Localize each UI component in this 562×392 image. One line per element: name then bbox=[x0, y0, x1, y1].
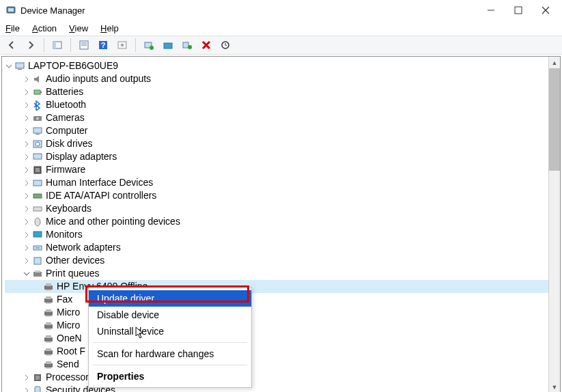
svg-rect-35 bbox=[33, 194, 42, 198]
device-icon bbox=[32, 165, 43, 176]
expander-icon[interactable] bbox=[23, 374, 31, 382]
tree-category[interactable]: Print queues bbox=[5, 267, 560, 280]
tree-category[interactable]: Bluetooth bbox=[5, 98, 560, 111]
help-button[interactable]: ? bbox=[96, 38, 111, 53]
tree-category[interactable]: Display adapters bbox=[5, 150, 560, 163]
tree-category-label: Monitors bbox=[46, 228, 83, 241]
expander-icon[interactable] bbox=[23, 218, 31, 226]
device-icon bbox=[32, 139, 43, 150]
tree-device-label: Fax bbox=[57, 293, 72, 306]
update-driver-button[interactable] bbox=[160, 38, 175, 53]
svg-rect-41 bbox=[34, 257, 41, 264]
scrollbar-thumb[interactable] bbox=[549, 68, 560, 171]
expander-icon[interactable] bbox=[23, 166, 31, 174]
tree-category[interactable]: Audio inputs and outputs bbox=[5, 72, 560, 85]
titlebar: Device Manager bbox=[0, 0, 562, 20]
scroll-down-button[interactable]: ▼ bbox=[549, 381, 560, 392]
close-button[interactable] bbox=[532, 1, 559, 20]
ctx-uninstall-device[interactable]: Uninstall device bbox=[89, 323, 251, 339]
printer-icon bbox=[43, 307, 54, 318]
svg-rect-21 bbox=[16, 63, 24, 68]
tree-category[interactable]: Batteries bbox=[5, 85, 560, 98]
svg-rect-61 bbox=[46, 354, 51, 356]
expander-icon[interactable] bbox=[23, 101, 31, 109]
minimize-button[interactable] bbox=[477, 1, 505, 20]
expander-icon[interactable] bbox=[23, 257, 31, 265]
expander-icon[interactable] bbox=[23, 192, 31, 200]
expander-icon[interactable] bbox=[23, 153, 31, 161]
ctx-separator bbox=[93, 365, 247, 365]
disable-device-button[interactable] bbox=[180, 38, 195, 53]
uninstall-device-button[interactable] bbox=[199, 38, 214, 53]
expander-icon[interactable] bbox=[23, 231, 31, 239]
tree-category[interactable]: Firmware bbox=[5, 163, 560, 176]
tree-category[interactable]: Monitors bbox=[5, 228, 560, 241]
svg-rect-46 bbox=[46, 290, 51, 291]
forward-button[interactable] bbox=[23, 38, 38, 53]
printer-icon bbox=[43, 281, 54, 292]
device-icon bbox=[32, 229, 43, 240]
tree-root[interactable]: LAPTOP-EB6G0UE9 bbox=[5, 59, 560, 72]
svg-rect-34 bbox=[33, 180, 42, 186]
device-icon bbox=[32, 87, 43, 98]
ctx-scan-hardware[interactable]: Scan for hardware changes bbox=[89, 346, 251, 362]
vertical-scrollbar[interactable]: ▲ ▼ bbox=[548, 57, 560, 392]
svg-rect-27 bbox=[33, 128, 42, 133]
tree-category-label: Print queues bbox=[46, 267, 100, 280]
tree-category-label: IDE ATA/ATAPI controllers bbox=[46, 189, 156, 202]
scan-hardware-button[interactable] bbox=[141, 38, 156, 53]
expander-icon[interactable] bbox=[23, 270, 31, 278]
ctx-separator bbox=[93, 342, 247, 343]
menu-file[interactable]: File bbox=[5, 23, 20, 33]
tree-category[interactable]: Disk drives bbox=[5, 137, 560, 150]
svg-rect-43 bbox=[35, 270, 40, 272]
tree-category-label: Network adapters bbox=[46, 241, 121, 254]
tree-category[interactable]: Cameras bbox=[5, 111, 560, 124]
menu-action[interactable]: Action bbox=[32, 23, 57, 33]
app-icon bbox=[5, 5, 16, 16]
maximize-button[interactable] bbox=[505, 1, 532, 20]
tree-category[interactable]: Human Interface Devices bbox=[5, 176, 560, 189]
menu-view[interactable]: View bbox=[69, 23, 88, 33]
ctx-update-driver[interactable]: Update driver bbox=[89, 290, 251, 307]
tree-category[interactable]: IDE ATA/ATAPI controllers bbox=[5, 189, 560, 202]
ctx-properties[interactable]: Properties bbox=[89, 368, 251, 384]
tree-category[interactable]: Mice and other pointing devices bbox=[5, 215, 560, 228]
tree-category-label: Keyboards bbox=[46, 202, 92, 215]
tree-category[interactable]: Keyboards bbox=[5, 202, 560, 215]
expander-icon[interactable] bbox=[23, 387, 31, 393]
expander-icon[interactable] bbox=[23, 127, 31, 135]
expander-icon[interactable] bbox=[5, 62, 13, 70]
expander-icon[interactable] bbox=[23, 140, 31, 148]
expander-icon[interactable] bbox=[23, 179, 31, 187]
expander-icon[interactable] bbox=[23, 88, 31, 96]
svg-rect-33 bbox=[36, 168, 40, 172]
menu-help[interactable]: Help bbox=[100, 23, 119, 33]
refresh-button[interactable] bbox=[218, 38, 233, 53]
ctx-disable-device[interactable]: Disable device bbox=[89, 307, 251, 323]
action-button[interactable] bbox=[115, 38, 130, 53]
scroll-up-button[interactable]: ▲ bbox=[549, 57, 560, 68]
expander-icon[interactable] bbox=[23, 244, 31, 252]
device-icon bbox=[32, 100, 43, 111]
back-button[interactable] bbox=[4, 38, 19, 53]
tree-category-label: Firmware bbox=[46, 163, 85, 176]
printer-icon bbox=[43, 333, 54, 344]
svg-rect-36 bbox=[33, 207, 42, 211]
tree-category[interactable]: Network adapters bbox=[5, 241, 560, 254]
expander-icon[interactable] bbox=[23, 205, 31, 213]
svg-rect-45 bbox=[46, 283, 51, 286]
svg-rect-17 bbox=[164, 43, 172, 48]
printer-icon bbox=[43, 294, 54, 305]
tree-device-label: Root F bbox=[57, 345, 85, 358]
expander-icon[interactable] bbox=[23, 75, 31, 83]
tree-category[interactable]: Computer bbox=[5, 124, 560, 137]
properties-button[interactable] bbox=[76, 38, 92, 53]
svg-rect-28 bbox=[36, 134, 40, 135]
show-hide-tree-button[interactable] bbox=[50, 38, 65, 53]
tree-category[interactable]: Other devices bbox=[5, 254, 560, 267]
tree-device-label: Send bbox=[57, 358, 79, 371]
tree-category-label: Disk drives bbox=[46, 137, 92, 150]
expander-icon[interactable] bbox=[23, 114, 31, 122]
svg-rect-51 bbox=[46, 309, 51, 312]
